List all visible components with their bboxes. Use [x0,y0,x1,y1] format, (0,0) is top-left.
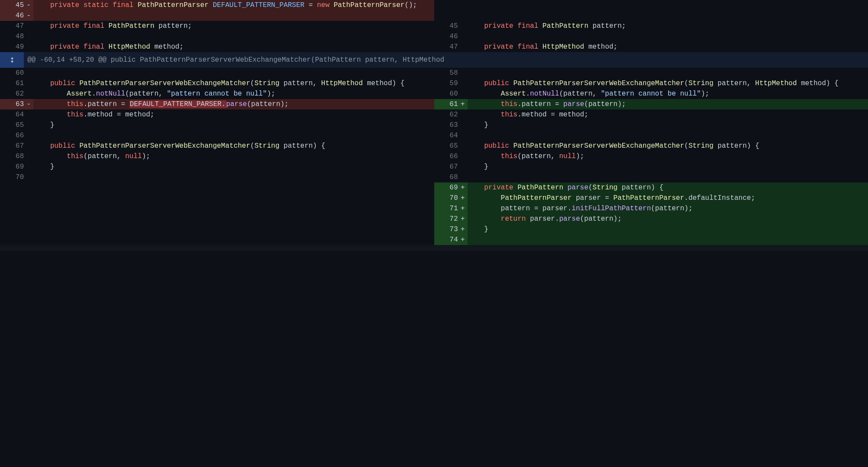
line-number-right[interactable]: 60 [434,89,458,99]
line-number-left[interactable]: 69 [0,162,24,172]
line-number-left[interactable]: 60 [0,68,24,78]
code-cell-left[interactable]: private final HttpMethod method; [33,42,434,52]
code-cell-right[interactable]: return parser.parse(pattern); [468,214,868,224]
line-number-left[interactable]: 68 [0,151,24,162]
code-cell-right[interactable]: private final HttpMethod method; [468,42,868,52]
line-number-right[interactable]: 67 [434,162,458,172]
code-cell-right[interactable]: } [468,224,868,235]
line-number-right[interactable]: 47 [434,42,458,52]
code-cell-right[interactable]: private PathPattern parse(String pattern… [468,182,868,193]
line-number-right[interactable]: 70 [434,193,458,203]
diff-side-right: 72 + return parser.parse(pattern); [434,214,868,224]
diff-side-left: 70 [0,172,434,182]
code-cell-right[interactable] [468,130,868,141]
line-number-left[interactable]: 48 [0,31,24,42]
code-cell-right[interactable] [468,172,868,182]
line-number-left[interactable]: 46 [0,10,24,21]
diff-marker-right [458,151,468,162]
line-number-left[interactable]: 47 [0,21,24,31]
bottom-bar [0,245,868,251]
code-cell-right[interactable]: } [468,162,868,172]
line-number-right[interactable]: 63 [434,120,458,130]
expand-hunk-button[interactable] [0,52,24,68]
line-number-left[interactable]: 67 [0,141,24,151]
diff-side-right: 69 + private PathPattern parse(String pa… [434,182,868,193]
code-cell-right[interactable]: pattern = parser.initFullPathPattern(pat… [468,203,868,214]
diff-marker-left [24,78,33,89]
line-number-left[interactable]: 62 [0,89,24,99]
code-cell-right[interactable] [468,235,868,245]
diff-side-right: 47 private final HttpMethod method; [434,42,868,52]
code-cell-left[interactable] [33,68,434,78]
code-cell-right[interactable] [468,31,868,42]
code-cell-left[interactable] [33,130,434,141]
diff-marker-right [458,21,468,31]
diff-marker-left [24,120,33,130]
line-number-right[interactable]: 73 [434,224,458,235]
line-number-left[interactable]: 64 [0,109,24,120]
code-cell-right[interactable]: this.method = method; [468,109,868,120]
code-cell-right[interactable]: private final PathPattern pattern; [468,21,868,31]
code-cell-left[interactable]: this.pattern = DEFAULT_PATTERN_PARSER.pa… [33,99,434,109]
code-cell-left[interactable] [33,172,434,182]
line-number-right[interactable]: 58 [434,68,458,78]
diff-marker-left [24,42,33,52]
line-number-left[interactable]: 70 [0,172,24,182]
code-cell-left[interactable]: } [33,120,434,130]
code-cell-right[interactable]: public PathPatternParserServerWebExchang… [468,78,868,89]
diff-side-left: 61 public PathPatternParserServerWebExch… [0,78,434,89]
diff-marker-right [458,78,468,89]
diff-marker-right [458,162,468,172]
diff-side-right [434,0,868,10]
line-number-right[interactable]: 59 [434,78,458,89]
diff-marker-right [458,31,468,42]
code-cell-left[interactable]: private static final PathPatternParser D… [33,0,434,10]
code-cell-left[interactable]: private final PathPattern pattern; [33,21,434,31]
code-cell-right[interactable]: Assert.notNull(pattern, "pattern cannot … [468,89,868,99]
code-cell-left[interactable]: public PathPatternParserServerWebExchang… [33,141,434,151]
line-number-right[interactable]: 45 [434,21,458,31]
diff-row: 69 } 67 } [0,162,868,172]
code-cell-left[interactable] [33,10,434,21]
diff-side-left: 60 [0,68,434,78]
code-cell-right[interactable]: public PathPatternParserServerWebExchang… [468,141,868,151]
line-number-right[interactable]: 65 [434,141,458,151]
diff-marker-left [24,151,33,162]
diff-row: 74 + [0,235,868,245]
line-number-right[interactable]: 71 [434,203,458,214]
code-cell-right[interactable]: PathPatternParser parser = PathPatternPa… [468,193,868,203]
diff-side-left: 63 - this.pattern = DEFAULT_PATTERN_PARS… [0,99,434,109]
code-cell-left[interactable]: Assert.notNull(pattern, "pattern cannot … [33,89,434,99]
diff-row: 65 } 63 } [0,120,868,130]
code-cell-left[interactable]: } [33,162,434,172]
diff-side-left: 67 public PathPatternParserServerWebExch… [0,141,434,151]
code-cell-right[interactable]: } [468,120,868,130]
diff-side-right: 63 } [434,120,868,130]
code-cell-left[interactable] [33,31,434,42]
line-number-right[interactable]: 74 [434,235,458,245]
line-number-left[interactable]: 63 [0,99,24,109]
code-cell-left[interactable]: public PathPatternParserServerWebExchang… [33,78,434,89]
diff-row: 63 - this.pattern = DEFAULT_PATTERN_PARS… [0,99,868,109]
line-number-right[interactable]: 64 [434,130,458,141]
line-number-right[interactable]: 61 [434,99,458,109]
diff-side-right: 60 Assert.notNull(pattern, "pattern cann… [434,89,868,99]
code-cell-left[interactable]: this(pattern, null); [33,151,434,162]
line-number-right[interactable]: 69 [434,182,458,193]
code-cell-right[interactable] [468,68,868,78]
line-number-right[interactable]: 62 [434,109,458,120]
line-number-left[interactable]: 65 [0,120,24,130]
line-number-left[interactable]: 45 [0,0,24,10]
line-number-right[interactable]: 46 [434,31,458,42]
line-number-left[interactable]: 66 [0,130,24,141]
line-number-right[interactable]: 72 [434,214,458,224]
code-cell-right[interactable]: this(pattern, null); [468,151,868,162]
line-number-left[interactable]: 61 [0,78,24,89]
code-cell-right[interactable]: this.pattern = parse(pattern); [468,99,868,109]
diff-row: 45 - private static final PathPatternPar… [0,0,868,10]
line-number-left[interactable]: 49 [0,42,24,52]
line-number-right[interactable]: 66 [434,151,458,162]
diff-marker-left [24,31,33,42]
code-cell-left[interactable]: this.method = method; [33,109,434,120]
line-number-right[interactable]: 68 [434,172,458,182]
